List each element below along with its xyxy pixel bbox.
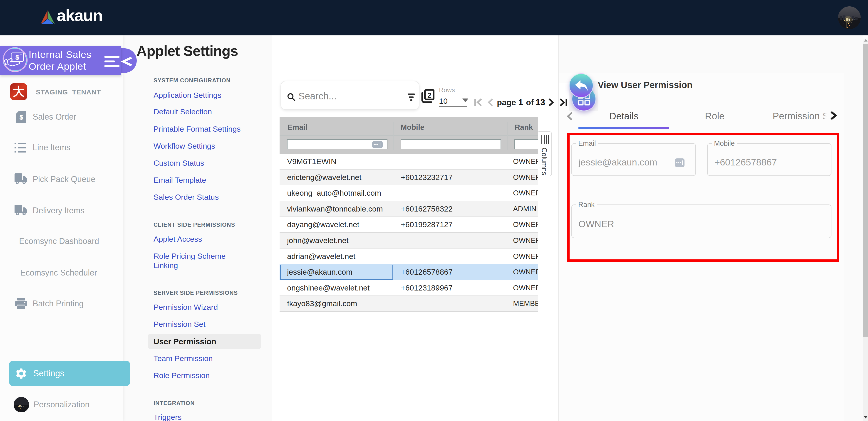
svg-text:$: $ (16, 54, 19, 61)
svg-text:2: 2 (427, 91, 432, 99)
svg-text:$: $ (20, 114, 23, 121)
svg-text:大: 大 (13, 85, 25, 98)
